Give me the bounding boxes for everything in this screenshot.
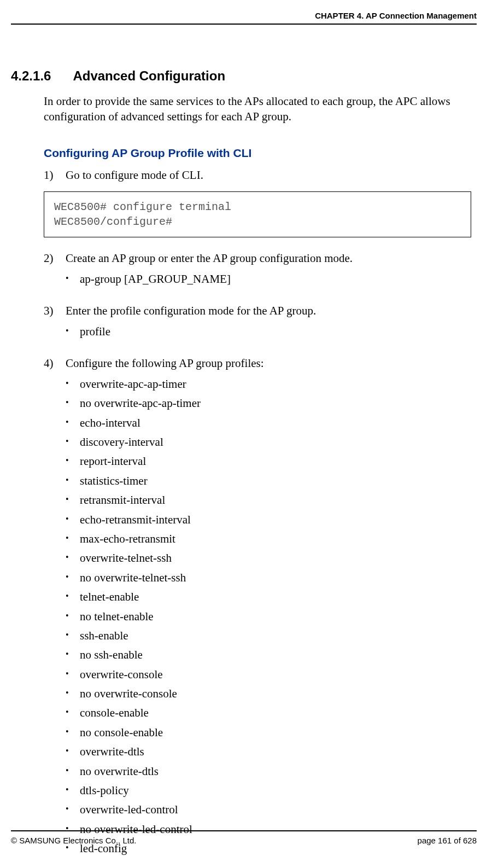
bullet-icon: • bbox=[66, 783, 80, 799]
list-item: •no ssh-enable bbox=[66, 647, 477, 663]
bullet-icon: • bbox=[66, 271, 80, 287]
bullet-text: overwrite-console bbox=[80, 667, 163, 683]
step-number: 1) bbox=[44, 167, 66, 183]
bullet-text: dtls-policy bbox=[80, 783, 129, 799]
step-4: 4) Configure the following AP group prof… bbox=[44, 356, 477, 371]
chapter-title: CHAPTER 4. AP Connection Management bbox=[315, 11, 477, 20]
list-item: •overwrite-console bbox=[66, 667, 477, 683]
bullet-text: no overwrite-telnet-ssh bbox=[80, 570, 186, 586]
bullet-text: no overwrite-dtls bbox=[80, 764, 159, 779]
list-item: • ap-group [AP_GROUP_NAME] bbox=[66, 271, 477, 287]
step-text: Go to configure mode of CLI. bbox=[66, 167, 203, 183]
bullet-text: overwrite-telnet-ssh bbox=[80, 550, 172, 566]
bullet-icon: • bbox=[66, 628, 80, 644]
step-2: 2) Create an AP group or enter the AP gr… bbox=[44, 251, 477, 266]
bullet-icon: • bbox=[66, 395, 80, 411]
step-text: Enter the profile configuration mode for… bbox=[66, 303, 316, 318]
bullet-icon: • bbox=[66, 512, 80, 528]
bullet-text: profile bbox=[80, 324, 110, 340]
list-item: •dtls-policy bbox=[66, 783, 477, 799]
bullet-icon: • bbox=[66, 492, 80, 508]
section-heading: 4.2.1.6 Advanced Configuration bbox=[11, 68, 477, 84]
list-item: •retransmit-interval bbox=[66, 492, 477, 508]
list-item: •overwrite-apc-ap-timer bbox=[66, 376, 477, 392]
page-footer: © SAMSUNG Electronics Co., Ltd. page 161… bbox=[11, 830, 477, 845]
bullet-icon: • bbox=[66, 705, 80, 721]
list-item: •overwrite-telnet-ssh bbox=[66, 550, 477, 566]
bullet-text: telnet-enable bbox=[80, 589, 139, 605]
bullet-icon: • bbox=[66, 376, 80, 392]
subheading: Configuring AP Group Profile with CLI bbox=[44, 147, 477, 160]
bullet-text: no overwrite-apc-ap-timer bbox=[80, 395, 201, 411]
list-item: •echo-interval bbox=[66, 415, 477, 431]
bullet-text: echo-retransmit-interval bbox=[80, 512, 191, 528]
page-container: CHAPTER 4. AP Connection Management 4.2.… bbox=[0, 0, 504, 856]
list-item: •echo-retransmit-interval bbox=[66, 512, 477, 528]
bullet-icon: • bbox=[66, 802, 80, 818]
list-item: •telnet-enable bbox=[66, 589, 477, 605]
bullet-text: console-enable bbox=[80, 705, 149, 721]
bullet-icon: • bbox=[66, 550, 80, 566]
bullet-text: report-interval bbox=[80, 453, 146, 469]
list-item: •max-echo-retransmit bbox=[66, 531, 477, 547]
bullet-text: ssh-enable bbox=[80, 628, 128, 644]
code-block: WEC8500# configure terminal WEC8500/conf… bbox=[44, 191, 471, 237]
bullet-icon: • bbox=[66, 434, 80, 450]
list-item: •no overwrite-apc-ap-timer bbox=[66, 395, 477, 411]
bullet-text: echo-interval bbox=[80, 415, 140, 431]
bullet-icon: • bbox=[66, 415, 80, 431]
bullet-text: no ssh-enable bbox=[80, 647, 143, 663]
bullet-text: overwrite-apc-ap-timer bbox=[80, 376, 186, 392]
list-item: • profile bbox=[66, 324, 477, 340]
bullet-icon: • bbox=[66, 531, 80, 547]
bullet-icon: • bbox=[66, 570, 80, 586]
list-item: •report-interval bbox=[66, 453, 477, 469]
bullet-text: overwrite-dtls bbox=[80, 744, 144, 760]
section-title: Advanced Configuration bbox=[73, 68, 225, 84]
list-item: •no overwrite-dtls bbox=[66, 764, 477, 779]
bullet-text: no overwrite-console bbox=[80, 686, 177, 702]
list-item: •overwrite-led-control bbox=[66, 802, 477, 818]
list-item: •console-enable bbox=[66, 705, 477, 721]
list-item: •no overwrite-telnet-ssh bbox=[66, 570, 477, 586]
intro-paragraph: In order to provide the same services to… bbox=[44, 94, 477, 125]
bullet-text: overwrite-led-control bbox=[80, 802, 178, 818]
bullet-icon: • bbox=[66, 725, 80, 741]
bullet-icon: • bbox=[66, 589, 80, 605]
bullet-icon: • bbox=[66, 764, 80, 779]
list-item: •ssh-enable bbox=[66, 628, 477, 644]
bullet-text: retransmit-interval bbox=[80, 492, 165, 508]
bullet-text: no telnet-enable bbox=[80, 609, 154, 625]
bullet-icon: • bbox=[66, 647, 80, 663]
bullet-icon: • bbox=[66, 324, 80, 340]
list-item: •overwrite-dtls bbox=[66, 744, 477, 760]
bullet-icon: • bbox=[66, 744, 80, 760]
list-item: •no console-enable bbox=[66, 725, 477, 741]
bullet-icon: • bbox=[66, 686, 80, 702]
bullet-text: statistics-timer bbox=[80, 473, 148, 489]
bullet-icon: • bbox=[66, 609, 80, 625]
bullet-text: no console-enable bbox=[80, 725, 163, 741]
bullet-text: ap-group [AP_GROUP_NAME] bbox=[80, 271, 231, 287]
list-item: •no overwrite-console bbox=[66, 686, 477, 702]
step-text: Create an AP group or enter the AP group… bbox=[66, 251, 353, 266]
list-item: •no telnet-enable bbox=[66, 609, 477, 625]
list-item: •statistics-timer bbox=[66, 473, 477, 489]
step-number: 3) bbox=[44, 303, 66, 318]
step-4-bullets: •overwrite-apc-ap-timer•no overwrite-apc… bbox=[11, 376, 477, 856]
list-item: •discovery-interval bbox=[66, 434, 477, 450]
step-text: Configure the following AP group profile… bbox=[66, 356, 264, 371]
bullet-text: discovery-interval bbox=[80, 434, 163, 450]
section-number: 4.2.1.6 bbox=[11, 68, 51, 84]
bullet-icon: • bbox=[66, 473, 80, 489]
step-number: 2) bbox=[44, 251, 66, 266]
footer-page: page 161 of 628 bbox=[418, 836, 477, 845]
bullet-icon: • bbox=[66, 453, 80, 469]
step-1: 1) Go to configure mode of CLI. bbox=[44, 167, 477, 183]
step-number: 4) bbox=[44, 356, 66, 371]
step-3: 3) Enter the profile configuration mode … bbox=[44, 303, 477, 318]
footer-copyright: © SAMSUNG Electronics Co., Ltd. bbox=[11, 836, 136, 845]
bullet-icon: • bbox=[66, 667, 80, 683]
page-header: CHAPTER 4. AP Connection Management bbox=[11, 11, 477, 25]
bullet-text: max-echo-retransmit bbox=[80, 531, 175, 547]
